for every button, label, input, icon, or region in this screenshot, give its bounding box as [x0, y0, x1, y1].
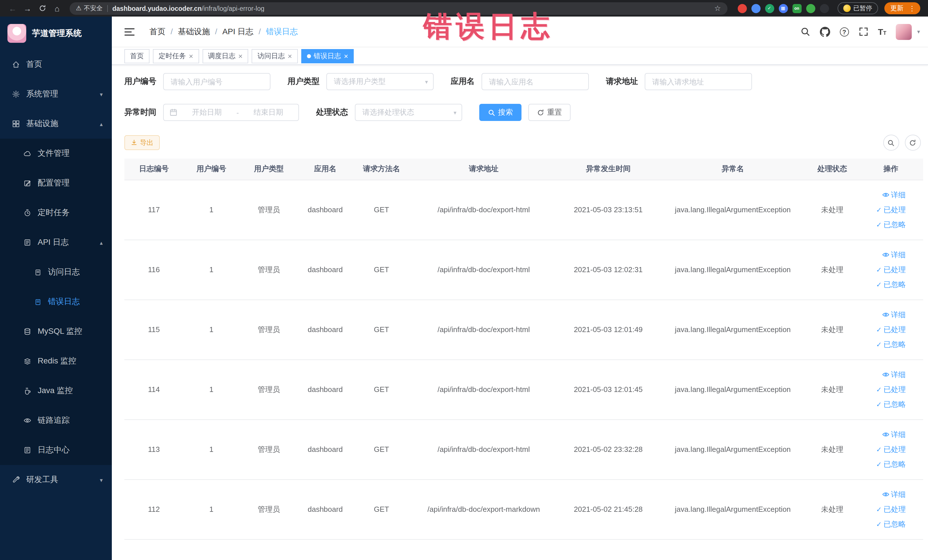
- tab-cron-log[interactable]: 调度日志×: [202, 49, 248, 63]
- sidebar-item-error-log[interactable]: 错误日志: [0, 287, 112, 317]
- cell-user-id: 1: [183, 299, 240, 359]
- browser-update-button[interactable]: 更新 ⋮: [884, 2, 920, 14]
- reload-icon[interactable]: [35, 2, 49, 15]
- extension-green-check-icon[interactable]: ✓: [765, 4, 774, 13]
- cell-user-type: 管理员: [240, 420, 298, 479]
- cell-app-name: dashboard: [298, 299, 352, 359]
- user-type-select[interactable]: 请选择用户类型 ▾: [327, 73, 433, 90]
- processed-link[interactable]: ✓已处理: [861, 442, 906, 457]
- sidebar-item-label: 访问日志: [48, 267, 80, 277]
- processed-link[interactable]: ✓已处理: [861, 382, 906, 397]
- sidebar-item-tracing[interactable]: 链路追踪: [0, 406, 112, 435]
- ignore-link[interactable]: ✓已忽略: [861, 337, 906, 352]
- close-icon[interactable]: ×: [344, 52, 348, 60]
- ignore-link[interactable]: ✓已忽略: [861, 277, 906, 292]
- action-label: 详细: [891, 250, 906, 260]
- sidebar-item-home[interactable]: 首页: [0, 50, 112, 79]
- chevron-down-icon[interactable]: ▾: [917, 29, 920, 35]
- breadcrumb-item[interactable]: 基础设施: [178, 26, 223, 37]
- font-size-icon[interactable]: TT: [878, 27, 886, 37]
- sidebar-item-access-log[interactable]: 访问日志: [0, 257, 112, 287]
- exception-time-range-picker[interactable]: 开始日期 - 结束日期: [163, 104, 299, 121]
- column-header: 应用名: [298, 159, 352, 180]
- tab-cron-task[interactable]: 定时任务×: [153, 49, 199, 63]
- sidebar-item-redis-monitor[interactable]: Redis 监控: [0, 346, 112, 376]
- close-icon[interactable]: ×: [288, 52, 292, 60]
- app-logo[interactable]: 芋道管理系统: [0, 17, 112, 50]
- tab-home[interactable]: 首页: [124, 49, 150, 63]
- github-icon[interactable]: [820, 26, 830, 37]
- detail-link[interactable]: 详细: [861, 427, 906, 442]
- detail-link[interactable]: 详细: [861, 247, 906, 262]
- back-icon[interactable]: ←: [6, 2, 20, 15]
- help-icon[interactable]: ?: [840, 27, 849, 36]
- breadcrumb-item[interactable]: API 日志: [223, 26, 266, 37]
- extension-blue-grid-icon[interactable]: ▦: [778, 4, 788, 13]
- processed-link[interactable]: ✓已处理: [861, 322, 906, 337]
- cell-exception: java.lang.IllegalArgumentException: [660, 180, 805, 240]
- ignore-link[interactable]: ✓已忽略: [861, 517, 906, 531]
- tab-error-log[interactable]: 错误日志×: [301, 49, 354, 63]
- sidebar-item-system-mgmt[interactable]: 系统管理▾: [0, 79, 112, 109]
- extension-green-leaf-icon[interactable]: [806, 4, 815, 13]
- address-bar[interactable]: ⚠ 不安全 dashboard.yudao.iocoder.cn/infra/l…: [70, 2, 727, 15]
- detail-link[interactable]: 详细: [861, 188, 906, 202]
- home-icon[interactable]: ⌂: [50, 2, 64, 15]
- detail-link[interactable]: 详细: [861, 367, 906, 382]
- action-label: 已处理: [884, 204, 906, 215]
- paused-extension-badge[interactable]: 已暂停: [837, 2, 878, 14]
- cell-method: GET: [352, 359, 411, 420]
- extension-paw-icon[interactable]: [820, 4, 829, 13]
- ignore-link[interactable]: ✓已忽略: [861, 397, 906, 412]
- extension-red-circle-icon[interactable]: [737, 4, 746, 13]
- cell-user-id: 1: [183, 479, 240, 539]
- extension-blue-drop-icon[interactable]: [751, 4, 760, 13]
- refresh-button[interactable]: [905, 135, 920, 151]
- processed-link[interactable]: ✓已处理: [861, 202, 906, 217]
- hamburger-icon[interactable]: [124, 27, 135, 36]
- extension-on-badge-icon[interactable]: on: [792, 4, 801, 13]
- filter-row-1: 用户编号 用户类型 请选择用户类型 ▾ 应用名: [124, 73, 923, 90]
- sidebar-item-label: Redis 监控: [38, 356, 76, 366]
- forward-icon[interactable]: →: [21, 2, 34, 15]
- ignore-link[interactable]: ✓已忽略: [861, 457, 906, 471]
- reset-button[interactable]: 重置: [528, 104, 571, 121]
- export-button[interactable]: 导出: [124, 135, 160, 150]
- user-avatar[interactable]: [896, 24, 912, 40]
- processed-link[interactable]: ✓已处理: [861, 502, 906, 517]
- detail-link[interactable]: 详细: [861, 307, 906, 322]
- tab-access-log[interactable]: 访问日志×: [252, 49, 298, 63]
- user-id-input[interactable]: [163, 73, 270, 90]
- sidebar-item-cron-task[interactable]: 定时任务: [0, 198, 112, 227]
- app-name-input[interactable]: [482, 73, 589, 90]
- security-warning[interactable]: ⚠ 不安全: [76, 4, 103, 12]
- search-icon[interactable]: [800, 27, 810, 37]
- close-icon[interactable]: ×: [238, 52, 243, 60]
- cell-user-id: 1: [183, 420, 240, 479]
- breadcrumb-item[interactable]: 首页: [150, 26, 178, 37]
- log-icon: [23, 446, 32, 454]
- sidebar-item-config-mgmt[interactable]: 配置管理: [0, 168, 112, 198]
- request-url-input[interactable]: [645, 73, 752, 90]
- search-button[interactable]: 搜索: [479, 104, 522, 121]
- detail-link[interactable]: 详细: [861, 487, 906, 502]
- sidebar-item-log-center[interactable]: 日志中心: [0, 435, 112, 465]
- ignore-link[interactable]: ✓已忽略: [861, 217, 906, 232]
- sidebar-item-file-mgmt[interactable]: 文件管理: [0, 139, 112, 168]
- toggle-search-button[interactable]: [883, 135, 899, 151]
- processed-link[interactable]: ✓已处理: [861, 262, 906, 277]
- action-label: 已处理: [884, 264, 906, 275]
- check-icon: ✓: [876, 281, 882, 288]
- sidebar-item-infra[interactable]: 基础设施▴: [0, 109, 112, 139]
- sidebar-item-java-monitor[interactable]: Java 监控: [0, 376, 112, 406]
- process-status-select[interactable]: 请选择处理状态 ▾: [355, 104, 462, 121]
- menu-kebab-icon[interactable]: ⋮: [906, 4, 918, 12]
- sidebar-item-api-log[interactable]: API 日志▴: [0, 227, 112, 257]
- bookmark-star-icon[interactable]: ☆: [714, 4, 721, 12]
- sidebar-item-label: MySQL 监控: [38, 327, 82, 337]
- close-icon[interactable]: ×: [189, 52, 193, 60]
- fullscreen-icon[interactable]: [859, 27, 868, 37]
- sidebar-item-mysql-monitor[interactable]: MySQL 监控: [0, 317, 112, 346]
- column-header: 操作: [859, 159, 923, 180]
- sidebar-item-dev-tools[interactable]: 研发工具▾: [0, 465, 112, 495]
